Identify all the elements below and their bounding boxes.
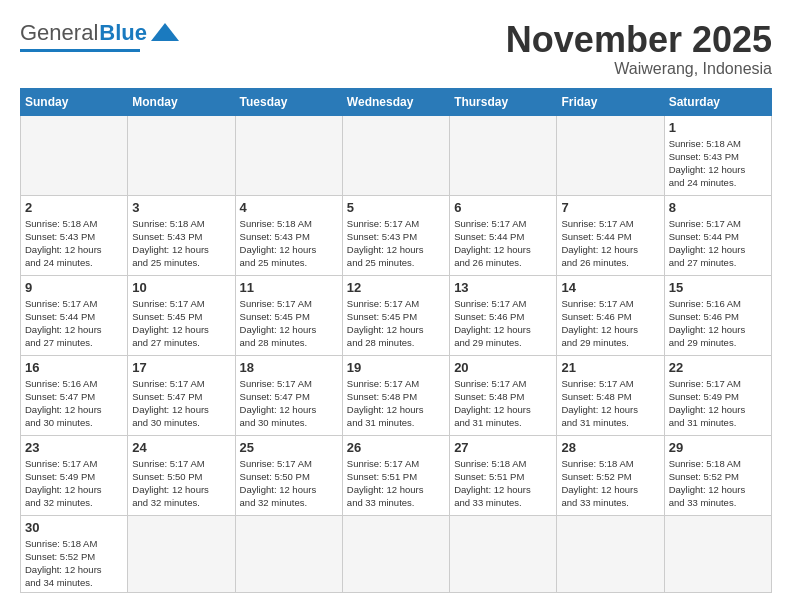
day-number: 25 xyxy=(240,440,338,455)
calendar-cell: 6Sunrise: 5:17 AM Sunset: 5:44 PM Daylig… xyxy=(450,195,557,275)
day-info: Sunrise: 5:17 AM Sunset: 5:49 PM Dayligh… xyxy=(25,457,123,510)
calendar-cell: 9Sunrise: 5:17 AM Sunset: 5:44 PM Daylig… xyxy=(21,275,128,355)
day-info: Sunrise: 5:18 AM Sunset: 5:52 PM Dayligh… xyxy=(25,537,123,590)
day-info: Sunrise: 5:18 AM Sunset: 5:43 PM Dayligh… xyxy=(240,217,338,270)
day-number: 30 xyxy=(25,520,123,535)
day-number: 12 xyxy=(347,280,445,295)
day-info: Sunrise: 5:17 AM Sunset: 5:46 PM Dayligh… xyxy=(454,297,552,350)
weekday-header-monday: Monday xyxy=(128,88,235,115)
calendar-cell: 7Sunrise: 5:17 AM Sunset: 5:44 PM Daylig… xyxy=(557,195,664,275)
calendar-week-row: 2Sunrise: 5:18 AM Sunset: 5:43 PM Daylig… xyxy=(21,195,772,275)
day-number: 15 xyxy=(669,280,767,295)
calendar-cell: 13Sunrise: 5:17 AM Sunset: 5:46 PM Dayli… xyxy=(450,275,557,355)
weekday-header-friday: Friday xyxy=(557,88,664,115)
day-info: Sunrise: 5:18 AM Sunset: 5:43 PM Dayligh… xyxy=(669,137,767,190)
day-info: Sunrise: 5:17 AM Sunset: 5:44 PM Dayligh… xyxy=(25,297,123,350)
calendar-cell xyxy=(128,515,235,592)
calendar-week-row: 23Sunrise: 5:17 AM Sunset: 5:49 PM Dayli… xyxy=(21,435,772,515)
weekday-header-saturday: Saturday xyxy=(664,88,771,115)
day-number: 1 xyxy=(669,120,767,135)
day-info: Sunrise: 5:17 AM Sunset: 5:43 PM Dayligh… xyxy=(347,217,445,270)
weekday-header-thursday: Thursday xyxy=(450,88,557,115)
calendar-cell xyxy=(557,115,664,195)
svg-marker-0 xyxy=(151,23,179,41)
logo-icon xyxy=(151,21,179,43)
calendar-cell xyxy=(235,515,342,592)
logo: General Blue xyxy=(20,20,179,52)
calendar-cell xyxy=(557,515,664,592)
calendar-cell: 15Sunrise: 5:16 AM Sunset: 5:46 PM Dayli… xyxy=(664,275,771,355)
day-number: 29 xyxy=(669,440,767,455)
calendar-cell: 4Sunrise: 5:18 AM Sunset: 5:43 PM Daylig… xyxy=(235,195,342,275)
calendar-cell xyxy=(21,115,128,195)
day-number: 26 xyxy=(347,440,445,455)
calendar-cell: 5Sunrise: 5:17 AM Sunset: 5:43 PM Daylig… xyxy=(342,195,449,275)
calendar-cell: 2Sunrise: 5:18 AM Sunset: 5:43 PM Daylig… xyxy=(21,195,128,275)
page-header: General Blue November 2025 Waiwerang, In… xyxy=(20,20,772,78)
calendar-cell: 25Sunrise: 5:17 AM Sunset: 5:50 PM Dayli… xyxy=(235,435,342,515)
day-number: 7 xyxy=(561,200,659,215)
weekday-header-row: SundayMondayTuesdayWednesdayThursdayFrid… xyxy=(21,88,772,115)
day-number: 8 xyxy=(669,200,767,215)
weekday-header-sunday: Sunday xyxy=(21,88,128,115)
calendar-cell: 27Sunrise: 5:18 AM Sunset: 5:51 PM Dayli… xyxy=(450,435,557,515)
day-info: Sunrise: 5:16 AM Sunset: 5:46 PM Dayligh… xyxy=(669,297,767,350)
calendar-cell: 23Sunrise: 5:17 AM Sunset: 5:49 PM Dayli… xyxy=(21,435,128,515)
calendar-cell xyxy=(342,515,449,592)
location: Waiwerang, Indonesia xyxy=(506,60,772,78)
day-info: Sunrise: 5:18 AM Sunset: 5:52 PM Dayligh… xyxy=(669,457,767,510)
calendar-cell: 11Sunrise: 5:17 AM Sunset: 5:45 PM Dayli… xyxy=(235,275,342,355)
calendar-cell: 16Sunrise: 5:16 AM Sunset: 5:47 PM Dayli… xyxy=(21,355,128,435)
day-number: 17 xyxy=(132,360,230,375)
day-info: Sunrise: 5:17 AM Sunset: 5:44 PM Dayligh… xyxy=(454,217,552,270)
logo-underline xyxy=(20,49,140,52)
calendar-cell: 24Sunrise: 5:17 AM Sunset: 5:50 PM Dayli… xyxy=(128,435,235,515)
month-title: November 2025 xyxy=(506,20,772,60)
day-number: 13 xyxy=(454,280,552,295)
day-number: 10 xyxy=(132,280,230,295)
calendar-cell: 1Sunrise: 5:18 AM Sunset: 5:43 PM Daylig… xyxy=(664,115,771,195)
day-info: Sunrise: 5:17 AM Sunset: 5:45 PM Dayligh… xyxy=(347,297,445,350)
title-block: November 2025 Waiwerang, Indonesia xyxy=(506,20,772,78)
day-info: Sunrise: 5:16 AM Sunset: 5:47 PM Dayligh… xyxy=(25,377,123,430)
calendar-cell xyxy=(342,115,449,195)
day-info: Sunrise: 5:18 AM Sunset: 5:51 PM Dayligh… xyxy=(454,457,552,510)
day-number: 9 xyxy=(25,280,123,295)
day-number: 11 xyxy=(240,280,338,295)
calendar-cell xyxy=(450,115,557,195)
logo-general: General xyxy=(20,20,98,46)
day-number: 5 xyxy=(347,200,445,215)
day-number: 22 xyxy=(669,360,767,375)
day-info: Sunrise: 5:17 AM Sunset: 5:46 PM Dayligh… xyxy=(561,297,659,350)
calendar-week-row: 1Sunrise: 5:18 AM Sunset: 5:43 PM Daylig… xyxy=(21,115,772,195)
day-info: Sunrise: 5:17 AM Sunset: 5:49 PM Dayligh… xyxy=(669,377,767,430)
weekday-header-tuesday: Tuesday xyxy=(235,88,342,115)
calendar: SundayMondayTuesdayWednesdayThursdayFrid… xyxy=(20,88,772,593)
day-number: 18 xyxy=(240,360,338,375)
day-info: Sunrise: 5:17 AM Sunset: 5:44 PM Dayligh… xyxy=(669,217,767,270)
day-number: 6 xyxy=(454,200,552,215)
calendar-cell: 28Sunrise: 5:18 AM Sunset: 5:52 PM Dayli… xyxy=(557,435,664,515)
calendar-cell xyxy=(450,515,557,592)
calendar-cell: 18Sunrise: 5:17 AM Sunset: 5:47 PM Dayli… xyxy=(235,355,342,435)
calendar-cell xyxy=(128,115,235,195)
day-info: Sunrise: 5:17 AM Sunset: 5:51 PM Dayligh… xyxy=(347,457,445,510)
calendar-cell: 20Sunrise: 5:17 AM Sunset: 5:48 PM Dayli… xyxy=(450,355,557,435)
calendar-cell: 30Sunrise: 5:18 AM Sunset: 5:52 PM Dayli… xyxy=(21,515,128,592)
calendar-cell: 17Sunrise: 5:17 AM Sunset: 5:47 PM Dayli… xyxy=(128,355,235,435)
calendar-cell xyxy=(235,115,342,195)
day-number: 4 xyxy=(240,200,338,215)
calendar-cell: 10Sunrise: 5:17 AM Sunset: 5:45 PM Dayli… xyxy=(128,275,235,355)
day-number: 20 xyxy=(454,360,552,375)
calendar-week-row: 9Sunrise: 5:17 AM Sunset: 5:44 PM Daylig… xyxy=(21,275,772,355)
logo-blue: Blue xyxy=(99,20,147,46)
day-number: 3 xyxy=(132,200,230,215)
calendar-cell: 22Sunrise: 5:17 AM Sunset: 5:49 PM Dayli… xyxy=(664,355,771,435)
day-info: Sunrise: 5:17 AM Sunset: 5:50 PM Dayligh… xyxy=(240,457,338,510)
day-info: Sunrise: 5:18 AM Sunset: 5:52 PM Dayligh… xyxy=(561,457,659,510)
day-info: Sunrise: 5:18 AM Sunset: 5:43 PM Dayligh… xyxy=(25,217,123,270)
day-number: 28 xyxy=(561,440,659,455)
day-number: 24 xyxy=(132,440,230,455)
calendar-cell: 12Sunrise: 5:17 AM Sunset: 5:45 PM Dayli… xyxy=(342,275,449,355)
calendar-cell: 3Sunrise: 5:18 AM Sunset: 5:43 PM Daylig… xyxy=(128,195,235,275)
